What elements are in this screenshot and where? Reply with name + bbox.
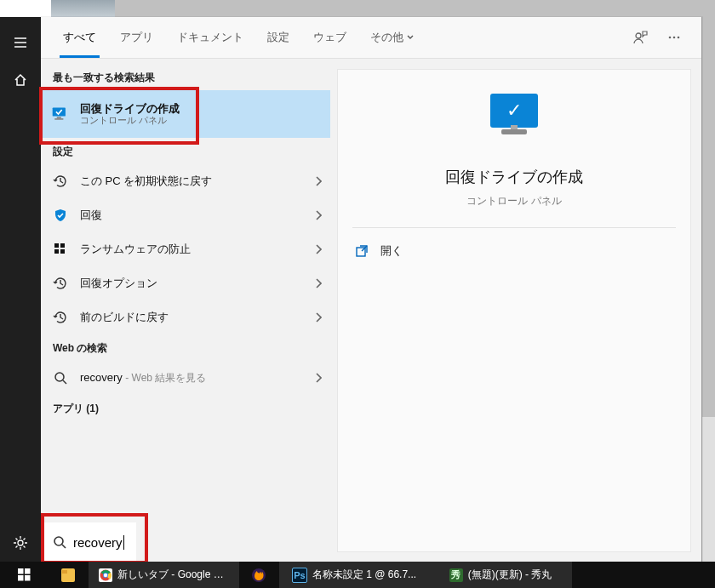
tab-web[interactable]: ウェブ (301, 17, 358, 58)
result-subtitle: コントロール パネル (80, 115, 322, 126)
history-icon (51, 274, 70, 293)
taskbar-chrome[interactable]: 新しいタブ - Google Ch... (89, 562, 239, 588)
search-icon (51, 368, 70, 387)
desktop-frag (51, 0, 115, 17)
svg-point-14 (54, 537, 63, 545)
home-icon (13, 72, 28, 88)
svg-rect-7 (54, 118, 63, 120)
rail-settings-button[interactable] (0, 524, 41, 562)
hamburger-icon (13, 35, 28, 50)
chevron-down-icon (407, 34, 414, 41)
svg-point-3 (673, 37, 676, 39)
web-query: recovery (80, 371, 123, 384)
explorer-icon (61, 568, 75, 582)
result-reset-pc[interactable]: この PC を初期状態に戻す (41, 164, 330, 198)
start-rail (0, 17, 41, 562)
result-ransomware[interactable]: ランサムウェアの防止 (41, 232, 330, 266)
taskbar-firefox[interactable] (239, 562, 279, 588)
taskbar-photoshop[interactable]: Ps 名称未設定 1 @ 66.7... (279, 562, 430, 588)
svg-point-12 (55, 373, 64, 381)
svg-rect-15 (18, 568, 24, 574)
preview-open-label: 開く (380, 243, 403, 259)
open-icon (355, 244, 369, 258)
chevron-right-icon (315, 176, 322, 186)
chrome-icon (99, 568, 112, 582)
tab-apps[interactable]: アプリ (108, 17, 165, 58)
taskbar-explorer[interactable] (49, 562, 89, 588)
rail-hamburger-button[interactable] (0, 24, 41, 61)
svg-rect-8 (54, 243, 59, 248)
chevron-right-icon (315, 210, 322, 220)
taskbar-chrome-label: 新しいタブ - Google Ch... (117, 568, 228, 582)
svg-rect-6 (57, 117, 61, 118)
result-title: 回復オプション (80, 277, 305, 290)
chevron-right-icon (315, 244, 322, 254)
svg-point-2 (669, 37, 672, 39)
taskbar-hidemaru[interactable]: 秀 (無題)(更新) - 秀丸 (430, 562, 572, 588)
result-title: 前のビルドに戻す (80, 311, 305, 324)
svg-rect-11 (60, 249, 65, 254)
result-title: この PC を初期状態に戻す (80, 174, 305, 188)
chevron-right-icon (315, 278, 322, 288)
preview-title: 回復ドライブの作成 (445, 167, 583, 187)
results-list: 最も一致する検索結果 回復ドライブの作成 コントロール パネル 設定 この PC… (41, 59, 330, 562)
search-input[interactable]: recovery (44, 522, 136, 562)
result-recovery[interactable]: 回復 (41, 198, 330, 232)
desktop-frag (0, 0, 51, 17)
svg-rect-17 (18, 575, 24, 581)
chevron-right-icon (315, 312, 322, 323)
rail-home-button[interactable] (0, 61, 41, 99)
svg-rect-10 (54, 249, 59, 254)
result-title: ランサムウェアの防止 (80, 243, 305, 256)
group-web: Web の検索 (41, 334, 330, 361)
svg-rect-9 (60, 243, 65, 248)
result-recovery-options[interactable]: 回復オプション (41, 266, 330, 300)
web-suffix: - Web 結果を見る (123, 372, 206, 384)
tab-more[interactable]: その他 (358, 17, 426, 58)
shield-icon (51, 206, 70, 225)
background-scrollbar (701, 417, 715, 562)
more-options-button[interactable] (657, 17, 691, 58)
search-popup: すべて アプリ ドキュメント 設定 ウェブ その他 最も一致する検索結果 (41, 17, 702, 562)
result-previous-build[interactable]: 前のビルドに戻す (41, 300, 330, 334)
preview-pane: ✓ 回復ドライブの作成 コントロール パネル 開く (337, 69, 691, 552)
hidemaru-icon: 秀 (449, 568, 463, 582)
result-recovery-drive[interactable]: 回復ドライブの作成 コントロール パネル (41, 90, 330, 138)
svg-point-1 (636, 33, 641, 38)
preview-subtitle: コントロール パネル (466, 194, 561, 208)
gear-icon (13, 535, 28, 551)
check-icon: ✓ (506, 101, 522, 120)
ellipsis-icon (666, 30, 682, 45)
grid-shield-icon (51, 240, 70, 259)
chevron-right-icon (315, 373, 322, 383)
tab-documents[interactable]: ドキュメント (165, 17, 255, 58)
taskbar-photoshop-label: 名称未設定 1 @ 66.7... (312, 568, 416, 582)
preview-open-action[interactable]: 開く (338, 228, 420, 274)
group-settings: 設定 (41, 138, 330, 164)
tab-settings[interactable]: 設定 (255, 17, 301, 58)
firefox-icon (252, 568, 266, 582)
feedback-button[interactable] (623, 17, 657, 58)
search-query-text: recovery (73, 535, 124, 550)
result-web-search[interactable]: recovery - Web 結果を見る (41, 361, 330, 395)
taskbar-hidemaru-label: (無題)(更新) - 秀丸 (468, 568, 552, 582)
start-button[interactable] (0, 562, 49, 588)
svg-point-24 (104, 573, 107, 576)
monitor-check-icon (51, 105, 70, 123)
tab-all[interactable]: すべて (51, 17, 108, 58)
preview-app-icon: ✓ (480, 94, 548, 145)
group-best-match: 最も一致する検索結果 (41, 64, 330, 90)
svg-point-0 (18, 540, 23, 545)
search-icon (53, 535, 66, 549)
photoshop-icon: Ps (292, 568, 307, 583)
history-icon (51, 308, 70, 327)
windows-icon (18, 568, 31, 581)
result-title: 回復 (80, 208, 305, 222)
taskbar: 新しいタブ - Google Ch... Ps 名称未設定 1 @ 66.7..… (0, 562, 715, 588)
person-feedback-icon (632, 30, 648, 45)
svg-rect-5 (53, 107, 66, 116)
svg-rect-16 (25, 568, 31, 574)
svg-rect-18 (25, 575, 31, 581)
history-icon (51, 172, 70, 191)
tab-more-label: その他 (370, 30, 403, 45)
